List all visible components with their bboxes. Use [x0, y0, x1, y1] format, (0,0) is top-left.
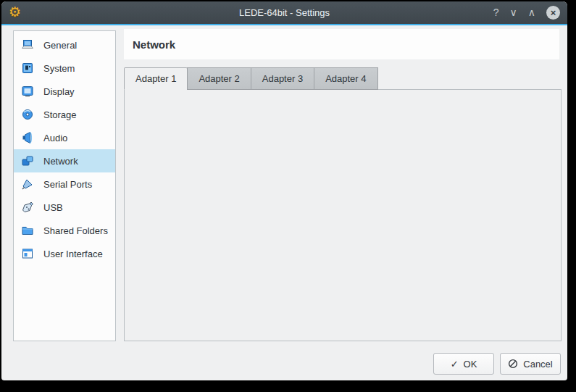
sidebar-item-label: Shared Folders [43, 225, 108, 236]
sidebar-item-user-interface[interactable]: User Interface [14, 242, 115, 265]
window-title: LEDE-64bit - Settings [1, 7, 567, 18]
sidebar-item-system[interactable]: System [14, 57, 115, 80]
sidebar-item-serial-ports[interactable]: Serial Ports [14, 172, 115, 196]
sidebar-item-label: User Interface [43, 249, 103, 259]
storage-icon [20, 107, 35, 122]
general-icon [20, 38, 35, 52]
minimize-button[interactable]: ∨ [510, 1, 517, 24]
user-interface-icon [20, 246, 35, 261]
shared-folders-icon [20, 223, 35, 238]
sidebar-item-label: General [43, 40, 77, 51]
header-strip: Network [124, 29, 559, 59]
cancel-icon [508, 359, 518, 369]
cancel-button[interactable]: Cancel [500, 353, 561, 375]
sidebar-item-usb[interactable]: USB [14, 196, 115, 219]
system-icon [20, 61, 35, 75]
sidebar-item-label: Display [43, 86, 75, 97]
usb-icon [20, 200, 35, 214]
sidebar-item-label: Audio [43, 133, 67, 143]
ok-button[interactable]: ✓ OK [433, 353, 494, 375]
check-icon: ✓ [451, 359, 459, 370]
sidebar-item-label: Serial Ports [43, 179, 92, 190]
network-icon [20, 154, 35, 168]
sidebar-item-label: System [43, 63, 75, 74]
sidebar-item-display[interactable]: Display [14, 80, 115, 103]
page-title: Network [124, 38, 175, 51]
adapter1-panel [124, 89, 562, 341]
sidebar-item-label: Storage [43, 109, 77, 120]
maximize-button[interactable]: ∧ [528, 1, 535, 24]
adapter-tabbar: Adapter 1 Adapter 2 Adapter 3 Adapter 4 [124, 67, 378, 90]
sidebar-item-general[interactable]: General [14, 33, 115, 57]
sidebar-item-audio[interactable]: Audio [14, 126, 115, 149]
settings-window: ⚙ LEDE-64bit - Settings ? ∨ ∧ × Network … [1, 1, 567, 380]
tab-adapter-3[interactable]: Adapter 3 [251, 67, 314, 90]
tab-adapter-1[interactable]: Adapter 1 [124, 67, 188, 90]
display-icon [20, 84, 35, 99]
sidebar-item-shared-folders[interactable]: Shared Folders [14, 219, 115, 242]
help-button[interactable]: ? [493, 1, 499, 24]
sidebar-item-label: Network [43, 156, 78, 167]
sidebar-item-storage[interactable]: Storage [14, 103, 115, 126]
close-button[interactable]: × [546, 6, 560, 20]
audio-icon [20, 130, 35, 145]
titlebar: ⚙ LEDE-64bit - Settings ? ∨ ∧ × [1, 1, 567, 24]
sidebar: General System Display Storage Audio Net… [13, 30, 116, 341]
sidebar-item-label: USB [43, 202, 63, 213]
serial-ports-icon [20, 177, 35, 191]
gear-icon: ⚙ [9, 4, 21, 20]
tab-adapter-4[interactable]: Adapter 4 [314, 67, 377, 90]
sidebar-item-network[interactable]: Network [14, 149, 115, 172]
tab-adapter-2[interactable]: Adapter 2 [187, 67, 251, 90]
titlebar-accent-line [1, 24, 567, 25]
